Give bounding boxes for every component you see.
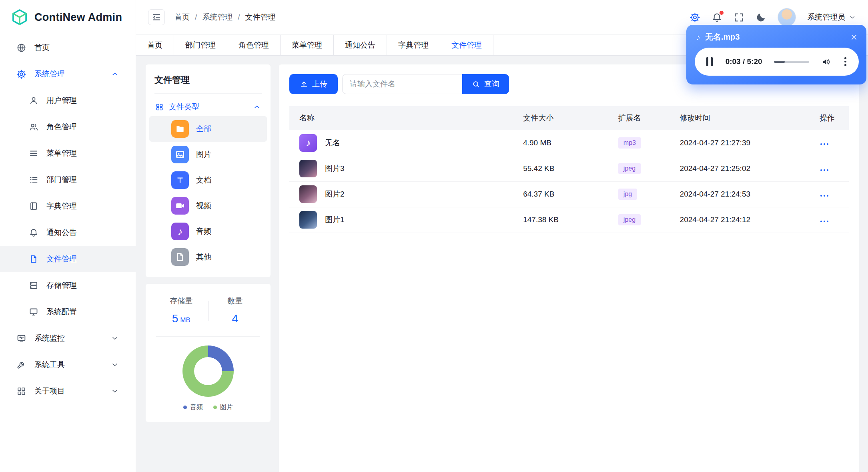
file-name[interactable]: 图片2 [325, 189, 345, 199]
row-actions-ellipsis-icon[interactable] [820, 141, 829, 147]
users-icon [29, 122, 38, 132]
user-avatar[interactable] [778, 8, 796, 26]
tab-files-active[interactable]: 文件管理 [440, 35, 493, 55]
audio-player-header: ♪ 无名.mp3 [686, 25, 866, 48]
modified-time: 2024-04-27 21:25:02 [670, 156, 810, 181]
sidebar-item-label: 系统监控 [34, 333, 65, 343]
volume-icon[interactable] [821, 57, 831, 67]
page-content: 文件管理 文件类型 全部 [136, 56, 868, 472]
query-button[interactable]: 查询 [462, 74, 509, 94]
tab-notices[interactable]: 通知公告 [334, 35, 387, 55]
file-type-group-toggle[interactable]: 文件类型 [155, 102, 261, 112]
file-type-documents[interactable]: 文档 [149, 167, 267, 193]
breadcrumb-item[interactable]: 首页 [174, 12, 190, 22]
pause-button[interactable] [706, 56, 714, 68]
close-icon[interactable] [850, 33, 858, 42]
modified-time: 2024-04-27 21:24:53 [670, 181, 810, 207]
search-input[interactable] [342, 74, 462, 94]
logo-cube-icon [10, 8, 29, 26]
legend-dot [213, 406, 217, 409]
tab-departments[interactable]: 部门管理 [174, 35, 227, 55]
chevron-up-icon [253, 103, 261, 111]
sidebar-item-config[interactable]: 系统配置 [0, 299, 136, 325]
table-row[interactable]: ♪ 无名 4.90 MB mp3 2024-04-27 21:27:39 [289, 130, 849, 156]
sidebar-item-label: 系统配置 [46, 307, 77, 317]
sidebar-item-label: 部门管理 [46, 175, 77, 185]
file-name[interactable]: 图片3 [325, 163, 345, 174]
music-note-icon: ♪ [696, 33, 700, 42]
file-type-other[interactable]: 其他 [149, 244, 267, 270]
grid-icon [16, 386, 26, 396]
breadcrumb-separator: / [238, 13, 240, 22]
table-row[interactable]: 图片2 64.37 KB jpg 2024-04-27 21:24:53 [289, 181, 849, 207]
file-type-group-label: 文件类型 [169, 102, 199, 112]
tab-dictionaries[interactable]: 字典管理 [387, 35, 440, 55]
sidebar-item-menus[interactable]: 菜单管理 [0, 140, 136, 167]
row-actions-ellipsis-icon[interactable] [820, 218, 829, 225]
table-row[interactable]: 图片3 55.42 KB jpeg 2024-04-27 21:25:02 [289, 156, 849, 181]
breadcrumb-item[interactable]: 系统管理 [202, 12, 233, 22]
sidebar-item-label: 菜单管理 [46, 148, 77, 159]
sidebar-item-label: 首页 [34, 42, 50, 53]
sidebar-item-label: 存储管理 [46, 280, 77, 291]
file-size: 64.37 KB [513, 181, 608, 207]
username-label: 系统管理员 [807, 12, 845, 22]
tab-home[interactable]: 首页 [136, 35, 174, 55]
sidebar-item-notices[interactable]: 通知公告 [0, 219, 136, 246]
sidebar-item-tools[interactable]: 系统工具 [0, 351, 136, 378]
sidebar-item-files[interactable]: 文件管理 [0, 246, 136, 272]
notification-bell-icon[interactable] [712, 12, 722, 23]
app-logo[interactable]: ContiNew Admin [0, 0, 136, 34]
sidebar-item-storage[interactable]: 存储管理 [0, 272, 136, 299]
sidebar-item-label: 角色管理 [46, 122, 77, 132]
upload-button[interactable]: 上传 [289, 74, 338, 94]
kebab-menu-icon[interactable] [843, 56, 848, 68]
file-name[interactable]: 无名 [325, 138, 340, 148]
row-actions-ellipsis-icon[interactable] [820, 167, 829, 173]
audio-title: 无名.mp3 [705, 32, 740, 42]
wrench-icon [16, 360, 26, 370]
table-row[interactable]: 图片1 147.38 KB jpeg 2024-04-27 21:24:12 [289, 207, 849, 233]
legend-dot [183, 406, 187, 409]
file-type-videos[interactable]: 视频 [149, 193, 267, 219]
book-icon [29, 201, 38, 211]
tab-menus[interactable]: 菜单管理 [281, 35, 334, 55]
list-tree-icon [29, 175, 38, 185]
file-size: 55.42 KB [513, 156, 608, 181]
file-type-all[interactable]: 全部 [149, 116, 267, 142]
sidebar-item-users[interactable]: 用户管理 [0, 87, 136, 114]
playback-time: 0:03 / 5:20 [726, 57, 762, 66]
breadcrumb-item-current[interactable]: 文件管理 [245, 12, 276, 22]
user-icon [29, 96, 38, 105]
sidebar-item-system-management[interactable]: 系统管理 [0, 61, 136, 87]
sidebar-collapse-button[interactable] [148, 9, 165, 25]
file-type-label: 音频 [196, 226, 211, 237]
sidebar-item-monitoring[interactable]: 系统监控 [0, 325, 136, 351]
image-thumbnail [299, 211, 317, 229]
image-thumbnail [299, 160, 317, 177]
file-size: 147.38 KB [513, 207, 608, 233]
seek-slider[interactable] [774, 61, 809, 63]
sidebar-item-home[interactable]: 首页 [0, 34, 136, 61]
user-menu[interactable]: 系统管理员 [807, 12, 856, 22]
ext-badge: jpg [618, 189, 637, 200]
file-type-images[interactable]: 图片 [149, 142, 267, 167]
storage-label: 存储量 [154, 296, 208, 306]
folder-icon [171, 120, 189, 138]
file-name[interactable]: 图片1 [325, 215, 345, 225]
sidebar-item-dictionaries[interactable]: 字典管理 [0, 193, 136, 219]
fullscreen-icon[interactable] [734, 12, 744, 23]
tab-roles[interactable]: 角色管理 [227, 35, 281, 55]
file-type-audio[interactable]: ♪ 音频 [149, 219, 267, 244]
row-actions-ellipsis-icon[interactable] [820, 193, 829, 199]
monitor-icon [29, 307, 38, 317]
dark-mode-moon-icon[interactable] [756, 12, 766, 23]
ext-badge: mp3 [618, 137, 641, 149]
settings-gear-icon[interactable] [690, 12, 700, 23]
sidebar-item-departments[interactable]: 部门管理 [0, 167, 136, 193]
sidebar-item-about[interactable]: 关于项目 [0, 378, 136, 404]
sidebar-item-roles[interactable]: 角色管理 [0, 114, 136, 140]
donut-legend: 音频 图片 [154, 403, 262, 412]
file-type-label: 视频 [196, 201, 211, 211]
sidebar-item-label: 文件管理 [46, 254, 77, 264]
